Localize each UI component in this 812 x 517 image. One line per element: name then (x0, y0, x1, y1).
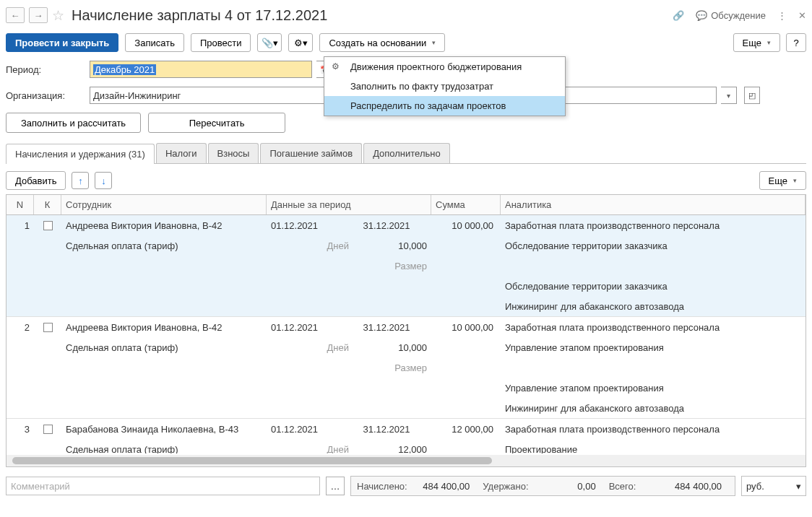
add-button[interactable]: Добавить (6, 171, 66, 190)
post-and-close-button[interactable]: Провести и закрыть (6, 33, 118, 52)
more-button[interactable]: Еще (733, 33, 780, 52)
totals-panel: Начислено:484 400,00 Удержано:0,00 Всего… (350, 476, 735, 496)
nav-forward-button[interactable]: → (29, 7, 48, 23)
menu-item-budget-movements[interactable]: Движения проектного бюджетирования (324, 57, 565, 77)
attach-button[interactable]: 📎▾ (257, 33, 282, 52)
col-k[interactable]: К (34, 195, 61, 214)
move-up-button[interactable]: ↑ (72, 172, 89, 189)
close-icon[interactable]: ✕ (798, 10, 806, 21)
kebab-icon[interactable]: ⋮ (777, 10, 787, 21)
total-value: 484 400,00 (671, 481, 729, 492)
discuss-button[interactable]: 💬 Обсуждение (696, 10, 766, 21)
row-checkbox[interactable] (43, 323, 53, 332)
col-period-data[interactable]: Данные за период (267, 195, 431, 214)
withheld-value: 0,00 (545, 481, 603, 492)
comment-ellipsis-button[interactable]: … (326, 477, 345, 495)
tab-accruals[interactable]: Начисления и удержания (31) (6, 144, 155, 164)
col-n[interactable]: N (7, 195, 34, 214)
col-employee[interactable]: Сотрудник (61, 195, 267, 214)
chevron-down-icon: ▾ (796, 481, 801, 492)
org-open-button[interactable]: ◰ (744, 87, 760, 104)
table-row[interactable]: 1Андреева Виктория Ивановна, В-4201.12.2… (7, 215, 805, 317)
save-button[interactable]: Записать (125, 33, 184, 52)
favorite-star-icon[interactable]: ☆ (52, 7, 64, 24)
settings-dropdown-button[interactable]: ⚙▾ (288, 33, 313, 52)
col-sum[interactable]: Сумма (431, 195, 501, 214)
tab-additional[interactable]: Дополнительно (363, 143, 450, 163)
withheld-label: Удержано: (483, 481, 528, 492)
menu-item-distribute-tasks[interactable]: Распределить по задачам проектов (324, 96, 565, 116)
org-dropdown-button[interactable]: ▾ (721, 87, 737, 104)
row-checkbox[interactable] (43, 221, 53, 230)
move-down-button[interactable]: ↓ (95, 172, 112, 189)
menu-item-fill-by-labor[interactable]: Заполнить по факту трудозатрат (324, 77, 565, 96)
total-label: Всего: (609, 481, 636, 492)
table-more-button[interactable]: Еще (759, 171, 806, 190)
chat-icon: 💬 (696, 10, 707, 21)
period-input[interactable]: Декабрь 2021 (90, 61, 312, 78)
horizontal-scrollbar[interactable] (7, 455, 805, 466)
page-title: Начисление зарплаты 4 от 17.12.2021 (72, 7, 327, 24)
post-button[interactable]: Провести (191, 33, 251, 52)
row-checkbox[interactable] (43, 425, 53, 434)
period-label: Период: (6, 64, 85, 75)
settings-dropdown-menu: Движения проектного бюджетирования Запол… (324, 56, 566, 116)
table-row[interactable]: 2Андреева Виктория Ивановна, В-4201.12.2… (7, 317, 805, 419)
currency-select[interactable]: руб.▾ (741, 476, 806, 496)
accruals-table: N К Сотрудник Данные за период Сумма Ана… (6, 194, 806, 467)
col-analytics[interactable]: Аналитика (501, 195, 805, 214)
accrued-label: Начислено: (357, 481, 407, 492)
org-label: Организация: (6, 90, 85, 101)
tab-taxes[interactable]: Налоги (156, 143, 207, 163)
link-icon[interactable]: 🔗 (673, 10, 684, 21)
tab-contributions[interactable]: Взносы (208, 143, 259, 163)
fill-calc-button[interactable]: Заполнить и рассчитать (6, 113, 141, 133)
recalc-button[interactable]: Пересчитать (148, 113, 285, 133)
help-button[interactable]: ? (786, 33, 806, 52)
discuss-label: Обсуждение (711, 10, 766, 21)
create-based-button[interactable]: Создать на основании (319, 33, 445, 52)
accrued-value: 484 400,00 (419, 481, 477, 492)
nav-back-button[interactable]: ← (6, 7, 25, 23)
table-row[interactable]: 3Барабанова Зинаида Николаевна, В-4301.1… (7, 419, 805, 453)
tab-loans[interactable]: Погашение займов (260, 143, 362, 163)
comment-input[interactable]: Комментарий (6, 477, 320, 495)
